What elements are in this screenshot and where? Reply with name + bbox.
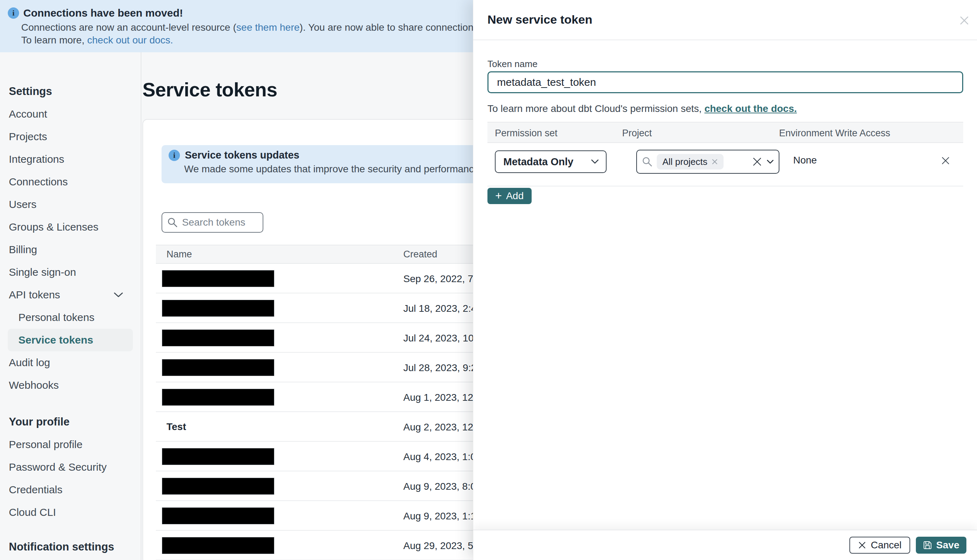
redacted-token-name xyxy=(162,389,274,405)
sidebar-item-integrations[interactable]: Integrations xyxy=(0,148,141,170)
sidebar-item-single-sign-on[interactable]: Single sign-on xyxy=(0,261,141,283)
chevron-down-icon[interactable] xyxy=(767,160,774,164)
banner-title: Connections have been moved! xyxy=(23,7,183,19)
permission-set-value: Metadata Only xyxy=(504,156,573,168)
chip-label: All projects xyxy=(662,157,707,167)
redacted-token-name xyxy=(162,330,274,346)
plus-icon: + xyxy=(495,190,502,201)
delete-permission-row-button[interactable] xyxy=(939,153,953,168)
sidebar-item-audit-log[interactable]: Audit log xyxy=(0,351,141,374)
close-icon xyxy=(940,155,951,166)
app-window: i Connections have been moved! Connectio… xyxy=(0,0,977,560)
settings-sidebar: Settings Account Projects Integrations C… xyxy=(0,52,141,560)
save-button-label: Save xyxy=(936,540,959,551)
sidebar-item-credentials[interactable]: Credentials xyxy=(0,478,141,501)
sidebar-item-personal-tokens[interactable]: Personal tokens xyxy=(0,306,141,329)
sidebar-header-settings: Settings xyxy=(0,80,141,103)
check-out-the-docs-link[interactable]: check out the docs. xyxy=(704,103,797,114)
project-column-header: Project xyxy=(622,128,652,139)
environment-write-access-column-header: Environment Write Access xyxy=(779,128,890,139)
permission-row: Metadata Only All projects xyxy=(487,143,963,187)
sidebar-header-notification-settings: Notification settings xyxy=(0,536,141,558)
all-projects-chip: All projects xyxy=(657,154,724,170)
search-tokens-input[interactable] xyxy=(182,217,253,228)
redacted-token-name xyxy=(162,508,274,524)
info-icon: i xyxy=(169,150,180,161)
sidebar-item-connections[interactable]: Connections xyxy=(0,170,141,193)
permission-set-column-header: Permission set xyxy=(495,128,557,139)
permissions-table-header: Permission set Project Environment Write… xyxy=(487,122,963,143)
search-icon xyxy=(642,157,652,167)
sidebar-item-users[interactable]: Users xyxy=(0,193,141,216)
redacted-token-name xyxy=(162,537,274,553)
check-our-docs-link[interactable]: check out our docs. xyxy=(87,35,173,45)
sidebar-header-your-profile: Your profile xyxy=(0,411,141,433)
name-column-header: Name xyxy=(156,249,403,260)
help-text: To learn more about dbt Cloud's permissi… xyxy=(487,103,704,114)
cancel-button-label: Cancel xyxy=(871,540,901,551)
sidebar-item-personal-profile[interactable]: Personal profile xyxy=(0,433,141,456)
search-tokens-box[interactable] xyxy=(162,212,263,233)
save-button[interactable]: Save xyxy=(916,537,966,553)
remove-chip-icon[interactable] xyxy=(711,158,718,165)
chevron-down-icon xyxy=(591,159,599,164)
sidebar-item-account[interactable]: Account xyxy=(0,103,141,125)
drawer-header: New service token xyxy=(473,0,977,40)
project-multiselect[interactable]: All projects xyxy=(636,150,780,174)
sidebar-item-billing[interactable]: Billing xyxy=(0,238,141,261)
sidebar-item-service-tokens-active[interactable]: Service tokens xyxy=(8,329,133,351)
banner-text: Connections are now an account-level res… xyxy=(21,22,236,33)
cancel-button[interactable]: Cancel xyxy=(850,537,910,553)
sidebar-item-password-security[interactable]: Password & Security xyxy=(0,456,141,478)
add-button-label: Add xyxy=(506,190,524,202)
sidebar-item-groups-licenses[interactable]: Groups & Licenses xyxy=(0,216,141,238)
token-name-input[interactable] xyxy=(487,71,963,93)
sidebar-item-cloud-cli[interactable]: Cloud CLI xyxy=(0,501,141,523)
close-icon xyxy=(858,541,867,549)
sidebar-item-label: API tokens xyxy=(9,289,60,301)
redacted-token-name xyxy=(162,270,274,287)
page-title: Service tokens xyxy=(142,78,277,101)
save-icon xyxy=(923,541,932,550)
drawer-title: New service token xyxy=(487,13,592,27)
new-service-token-drawer: New service token Token name To learn mo… xyxy=(473,0,977,560)
info-icon: i xyxy=(8,7,19,19)
updates-banner-title: Service tokens updates xyxy=(185,149,299,161)
close-drawer-button[interactable] xyxy=(957,13,971,28)
drawer-footer: Cancel Save xyxy=(473,530,977,560)
clear-selection-icon[interactable] xyxy=(752,157,763,167)
redacted-token-name xyxy=(162,478,274,494)
environment-write-access-value: None xyxy=(793,155,817,166)
sidebar-item-projects[interactable]: Projects xyxy=(0,125,141,148)
close-icon xyxy=(959,15,970,26)
sidebar-item-api-tokens[interactable]: API tokens xyxy=(0,283,141,306)
token-name: Test xyxy=(166,421,186,433)
banner-body-line2: To learn more, check out our docs. xyxy=(21,35,173,46)
sidebar-item-webhooks[interactable]: Webhooks xyxy=(0,374,141,397)
created-column-header: Created xyxy=(403,249,437,260)
permission-set-select[interactable]: Metadata Only xyxy=(495,150,607,173)
chevron-down-icon xyxy=(114,292,123,298)
redacted-token-name xyxy=(162,360,274,376)
permission-help-text: To learn more about dbt Cloud's permissi… xyxy=(487,103,797,114)
add-permission-button[interactable]: + Add xyxy=(487,188,532,204)
redacted-token-name xyxy=(162,448,274,465)
see-them-here-link[interactable]: see them here xyxy=(236,22,300,33)
redacted-token-name xyxy=(162,300,274,317)
search-icon xyxy=(167,217,178,228)
banner-text: To learn more, xyxy=(21,35,87,45)
token-name-label: Token name xyxy=(487,58,538,70)
